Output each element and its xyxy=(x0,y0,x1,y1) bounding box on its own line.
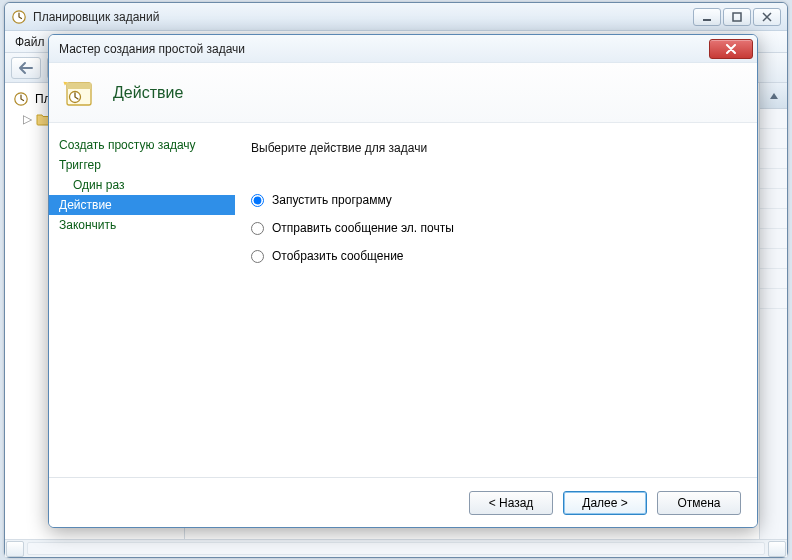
wizard-banner: Действие xyxy=(49,63,757,123)
wizard-content: Создать простую задачу Триггер Один раз … xyxy=(49,123,757,477)
action-row[interactable] xyxy=(760,169,787,189)
wizard-footer: < Назад Далее > Отмена xyxy=(49,477,757,527)
task-icon xyxy=(61,75,97,111)
action-row[interactable] xyxy=(760,189,787,209)
svg-rect-1 xyxy=(703,19,711,21)
scroll-right-button[interactable] xyxy=(768,541,786,557)
action-prompt: Выберите действие для задачи xyxy=(251,141,741,155)
radio-send-email[interactable] xyxy=(251,222,264,235)
back-button[interactable]: < Назад xyxy=(469,491,553,515)
action-row[interactable] xyxy=(760,149,787,169)
next-button[interactable]: Далее > xyxy=(563,491,647,515)
action-row[interactable] xyxy=(760,229,787,249)
wizard-nav: Создать простую задачу Триггер Один раз … xyxy=(49,123,235,477)
option-run-program[interactable]: Запустить программу xyxy=(251,193,741,207)
nav-finish[interactable]: Закончить xyxy=(49,215,235,235)
option-send-email-label: Отправить сообщение эл. почты xyxy=(272,221,454,235)
radio-show-message[interactable] xyxy=(251,250,264,263)
triangle-up-icon xyxy=(769,91,779,101)
actions-header xyxy=(760,83,787,109)
maximize-button[interactable] xyxy=(723,8,751,26)
wizard-titlebar[interactable]: Мастер создания простой задачи xyxy=(49,35,757,63)
action-row[interactable] xyxy=(760,209,787,229)
menu-file[interactable]: Файл xyxy=(15,35,45,49)
window-controls xyxy=(693,8,781,26)
close-button[interactable] xyxy=(753,8,781,26)
nav-create-task[interactable]: Создать простую задачу xyxy=(49,135,235,155)
wizard-close-button[interactable] xyxy=(709,39,753,59)
action-row[interactable] xyxy=(760,109,787,129)
radio-run-program[interactable] xyxy=(251,194,264,207)
clock-icon xyxy=(13,91,29,107)
parent-titlebar[interactable]: Планировщик заданий xyxy=(5,3,787,31)
h-scrollbar[interactable] xyxy=(5,539,787,557)
clock-icon xyxy=(11,9,27,25)
action-row[interactable] xyxy=(760,249,787,269)
scroll-left-button[interactable] xyxy=(6,541,24,557)
svg-rect-5 xyxy=(67,83,91,89)
actions-pane xyxy=(759,83,787,539)
svg-rect-2 xyxy=(733,13,741,21)
option-send-email[interactable]: Отправить сообщение эл. почты xyxy=(251,221,741,235)
back-button[interactable] xyxy=(11,57,41,79)
action-row[interactable] xyxy=(760,289,787,309)
wizard-step-title: Действие xyxy=(113,84,183,102)
expand-icon[interactable]: ▷ xyxy=(23,112,32,126)
action-row[interactable] xyxy=(760,269,787,289)
scroll-track[interactable] xyxy=(27,542,765,555)
option-run-program-label: Запустить программу xyxy=(272,193,392,207)
option-show-message[interactable]: Отобразить сообщение xyxy=(251,249,741,263)
cancel-button[interactable]: Отмена xyxy=(657,491,741,515)
nav-action[interactable]: Действие xyxy=(49,195,235,215)
wizard-dialog: Мастер создания простой задачи Действие … xyxy=(48,34,758,528)
minimize-button[interactable] xyxy=(693,8,721,26)
parent-title: Планировщик заданий xyxy=(33,10,159,24)
option-show-message-label: Отобразить сообщение xyxy=(272,249,404,263)
nav-trigger[interactable]: Триггер xyxy=(49,155,235,175)
nav-once[interactable]: Один раз xyxy=(49,175,235,195)
wizard-main: Выберите действие для задачи Запустить п… xyxy=(235,123,757,477)
wizard-title: Мастер создания простой задачи xyxy=(59,42,245,56)
action-row[interactable] xyxy=(760,129,787,149)
